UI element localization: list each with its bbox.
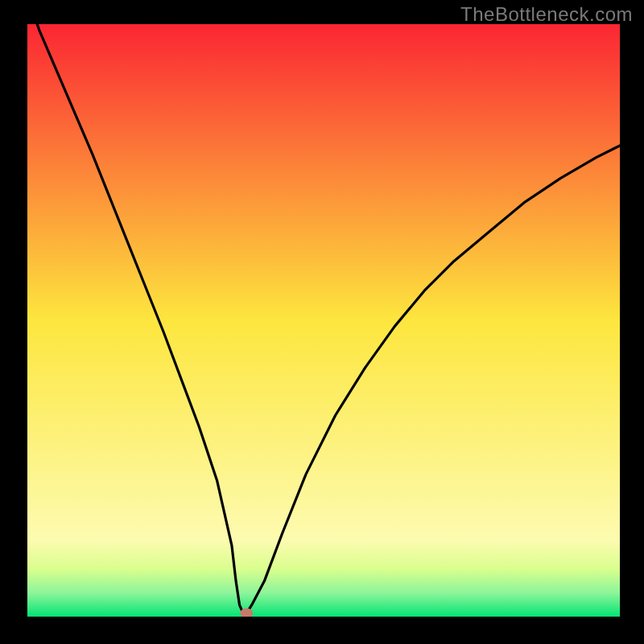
- chart-svg: [27, 24, 620, 617]
- plot-area: [27, 24, 620, 617]
- watermark-text: TheBottleneck.com: [460, 3, 633, 26]
- gradient-background: [27, 24, 620, 617]
- chart-frame: TheBottleneck.com: [0, 0, 644, 644]
